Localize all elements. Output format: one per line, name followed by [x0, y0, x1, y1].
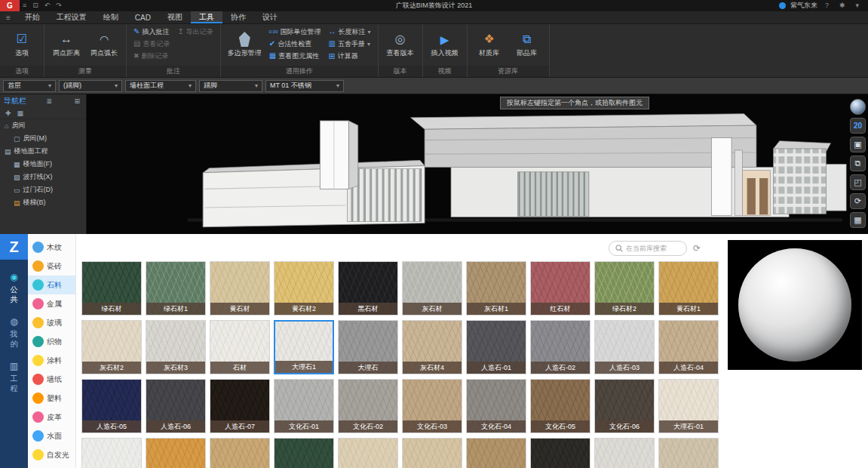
select-box-icon[interactable]: ▣ — [850, 137, 866, 152]
category-item-自发光[interactable]: 自发光 — [28, 445, 75, 464]
nav-item-房间(M)[interactable]: ▢房间(M) — [0, 132, 86, 145]
material-swatch[interactable]: 人造石-02 — [530, 320, 590, 374]
category-item-石料[interactable]: 石料 — [28, 276, 75, 294]
material-swatch[interactable]: 绿石材2 — [594, 261, 655, 316]
material-swatch[interactable] — [402, 438, 462, 468]
category-item-木纹[interactable]: 木纹 — [28, 238, 75, 257]
context-dropdown-0[interactable]: 首层▾ — [3, 80, 56, 92]
nav-item-过门石(D)[interactable]: ▭过门石(D) — [0, 183, 86, 196]
category-item-皮革[interactable]: 皮革 — [28, 408, 75, 426]
ribbon-button-长度标注[interactable]: ↔长度标注▾ — [327, 26, 373, 38]
ribbon-button-导出记录[interactable]: ↥导出记录 — [175, 26, 215, 38]
context-dropdown-2[interactable]: 墙柱面工程▾ — [125, 80, 196, 92]
category-item-玻璃[interactable]: 玻璃 — [28, 313, 75, 332]
ribbon-button-插入视频[interactable]: ▶插入视频 — [428, 26, 462, 64]
material-swatch[interactable]: 黄石材 — [210, 261, 270, 316]
ribbon-button-查看图元属性[interactable]: ▦查看图元属性 — [267, 50, 324, 62]
menu-tab-视图[interactable]: 视图 — [159, 11, 191, 23]
view-sphere-icon[interactable] — [850, 99, 866, 115]
context-dropdown-4[interactable]: MT 01 不锈钢▾ — [265, 80, 344, 92]
material-swatch[interactable]: 石材 — [210, 320, 270, 374]
app-menu-icon[interactable]: ≡ — [20, 2, 29, 9]
viewport-3d[interactable]: 按鼠标左键指定第一个角点，或拾取构件图元 20▣⧉◰⟳▦ — [87, 94, 868, 234]
material-swatch[interactable]: 红石材 — [530, 261, 590, 316]
material-swatch[interactable]: 文化石-03 — [402, 379, 462, 433]
ribbon-button-两点距离[interactable]: ↔两点距离 — [49, 26, 84, 64]
save-icon[interactable]: ⊡ — [29, 2, 41, 9]
nav-item-波打线(X)[interactable]: ▨波打线(X) — [0, 171, 86, 183]
material-swatch[interactable] — [658, 438, 719, 468]
material-swatch[interactable] — [81, 438, 142, 468]
ribbon-button-查看记录[interactable]: ▤查看记录 — [131, 38, 172, 50]
material-swatch[interactable] — [466, 438, 526, 468]
material-swatch[interactable]: 灰石材3 — [146, 320, 206, 374]
layout-view-icon[interactable]: ◰ — [850, 174, 866, 190]
material-swatch[interactable]: 人造石-07 — [210, 379, 270, 433]
menu-tab-协作[interactable]: 协作 — [222, 11, 254, 23]
menu-tab-工程设置[interactable]: 工程设置 — [48, 11, 95, 23]
ribbon-button-合法性检查[interactable]: ✔合法性检查 — [267, 38, 324, 50]
material-swatch[interactable]: 人造石-01 — [466, 320, 526, 374]
ribbon-button-计算器[interactable]: ⊞计算器 — [327, 50, 373, 62]
table-view-icon[interactable]: ▦ — [850, 212, 866, 228]
material-swatch[interactable] — [210, 438, 270, 468]
material-swatch[interactable]: 大理石 — [338, 320, 398, 374]
ribbon-button-国际单位管理[interactable]: 0.00国际单位管理 — [267, 26, 324, 38]
help-icon[interactable]: ? — [822, 0, 832, 11]
copy-view-icon[interactable]: ⧉ — [850, 155, 866, 171]
material-swatch[interactable]: 文化石-01 — [274, 379, 334, 433]
context-dropdown-1[interactable]: (踢脚)▾ — [59, 80, 122, 92]
nav-item-楼地面工程[interactable]: ▤楼地面工程 — [0, 145, 86, 158]
settings-icon[interactable]: ✱ — [836, 0, 848, 11]
category-item-金属[interactable]: 金属 — [28, 294, 75, 313]
material-swatch[interactable]: 人造石-06 — [146, 379, 206, 433]
material-swatch[interactable]: 人造石-05 — [81, 379, 142, 433]
menu-tab-工具[interactable]: 工具 — [191, 11, 222, 23]
material-swatch[interactable]: 文化石-05 — [530, 379, 590, 433]
material-swatch[interactable]: 灰石材 — [402, 261, 462, 316]
redo-icon[interactable]: ↷ — [53, 2, 65, 9]
category-item-塑料[interactable]: 塑料 — [28, 389, 75, 408]
collapse-ribbon-icon[interactable]: ▾ — [852, 0, 862, 11]
material-swatch[interactable] — [146, 438, 206, 468]
material-swatch[interactable]: 文化石-06 — [594, 379, 655, 433]
ribbon-button-选项[interactable]: ☑选项 — [5, 26, 39, 64]
category-item-瓷砖[interactable]: 瓷砖 — [28, 257, 75, 276]
user-avatar[interactable] — [779, 2, 786, 9]
search-input[interactable] — [626, 245, 680, 252]
nav-crosshair-icon[interactable]: ✚ — [5, 109, 11, 117]
library-tab-公共[interactable]: ◉公共 — [10, 272, 19, 304]
nav-item-楼梯(B)[interactable]: ▤楼梯(B) — [0, 196, 86, 209]
menu-tab-绘制[interactable]: 绘制 — [95, 11, 127, 23]
material-swatch[interactable] — [274, 438, 334, 468]
library-tab-我的[interactable]: ◍我的 — [10, 316, 19, 349]
context-dropdown-3[interactable]: 踢脚▾ — [199, 80, 262, 92]
ribbon-button-材质库[interactable]: ❖材质库 — [472, 26, 507, 64]
category-item-织物[interactable]: 织物 — [28, 332, 75, 351]
undo-icon[interactable]: ↶ — [41, 2, 54, 9]
nav-item-楼地面(F)[interactable]: ▦楼地面(F) — [0, 158, 86, 171]
ribbon-button-删除记录[interactable]: ✖删除记录 — [131, 50, 172, 62]
material-swatch[interactable]: 绿石材 — [81, 261, 142, 316]
nav-list-icon[interactable]: ≣ — [44, 97, 54, 105]
menu-tab-设计[interactable]: 设计 — [254, 11, 286, 23]
ribbon-button-多边形管理[interactable]: 多边形管理 — [225, 26, 264, 64]
material-swatch[interactable]: 黑石材 — [338, 261, 398, 316]
app-menu-icon[interactable]: ≡ — [0, 11, 17, 23]
material-swatch[interactable]: 大理石-01 — [658, 379, 719, 433]
material-swatch[interactable]: 灰石材4 — [402, 320, 462, 374]
material-swatch[interactable]: 绿石材1 — [146, 261, 206, 316]
nav-grid-icon[interactable]: ⊞ — [72, 97, 82, 105]
material-swatch[interactable] — [530, 438, 590, 468]
search-box[interactable] — [609, 241, 687, 256]
rotate-view-icon[interactable]: ⟳ — [850, 193, 866, 209]
ribbon-button-五舍手册[interactable]: ▥五舍手册▾ — [327, 38, 373, 50]
refresh-icon[interactable]: ⟳ — [693, 243, 701, 254]
zoom-level-badge[interactable]: 20 — [850, 118, 866, 134]
material-swatch[interactable]: 黄石材1 — [658, 261, 719, 316]
menu-tab-开始[interactable]: 开始 — [17, 11, 48, 23]
material-swatch[interactable]: 大理石1 — [274, 320, 334, 374]
ribbon-button-两点弧长[interactable]: ◠两点弧长 — [87, 26, 121, 64]
category-item-水面[interactable]: 水面 — [28, 426, 75, 445]
material-swatch[interactable]: 人造石-03 — [594, 320, 655, 374]
